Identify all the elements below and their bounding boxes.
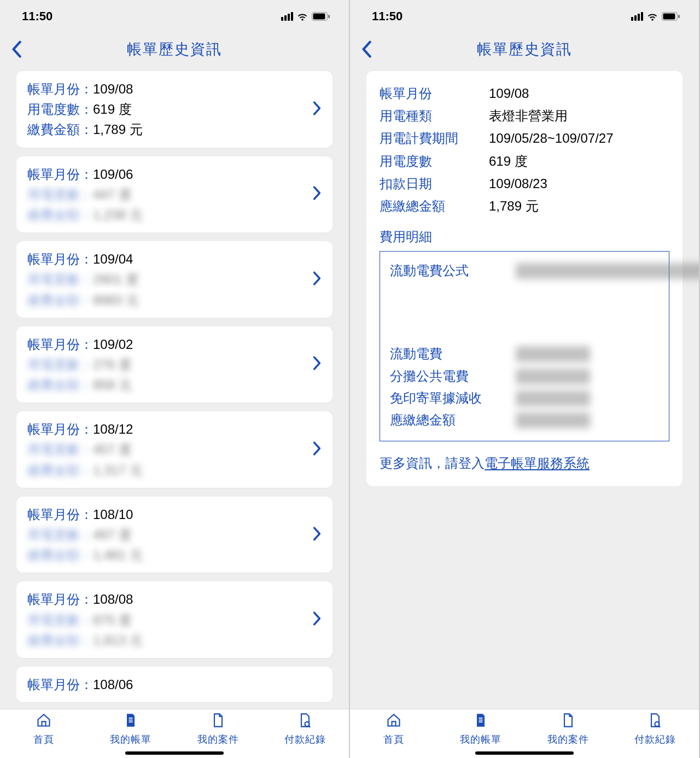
tab-label: 付款紀錄: [634, 733, 676, 746]
bill-card[interactable]: 帳單月份：108/08用電度數：875 度繳費金額：1,813 元: [16, 581, 332, 658]
bill-month-value: 108/06: [93, 674, 133, 695]
detail-row: 用電計費期間109/05/28~109/07/27: [380, 128, 669, 148]
fee-formula-redacted: ████████████████████████████████████████…: [516, 260, 699, 342]
fee-breakdown-box: 流動電費公式██████████████████████████████████…: [380, 251, 669, 441]
svg-rect-1: [313, 14, 325, 20]
tab-label: 我的案件: [547, 733, 589, 746]
more-info-prefix: 更多資訊，請登入: [380, 456, 485, 470]
bill-month-label: 帳單月份：: [27, 504, 93, 524]
bill-month-label: 帳單月份：: [27, 79, 93, 99]
more-info: 更多資訊，請登入電子帳單服務系統: [380, 454, 669, 472]
fee-row: 流動電費████████: [390, 343, 659, 364]
fee-key: 流動電費公式: [390, 260, 516, 281]
bill-amount-value: 858 元: [93, 375, 132, 395]
bill-amount-label: 繳費金額：: [27, 460, 93, 480]
bill-amount-value: 1,481 元: [93, 545, 143, 565]
bill-usage-label: 用電度數：: [27, 99, 93, 119]
bill-month-value: 109/02: [93, 334, 133, 354]
tab-bar: 首頁我的帳單我的案件付款紀錄: [0, 709, 349, 758]
bill-amount-label: 繳費金額：: [27, 205, 93, 225]
bill-month-value: 109/08: [93, 79, 133, 99]
fee-value-redacted: ████████: [516, 388, 659, 409]
bill-month-label: 帳單月份：: [27, 419, 93, 439]
back-button[interactable]: [350, 33, 383, 66]
chevron-right-icon: [313, 441, 322, 458]
detail-key: 應繳總金額: [380, 196, 489, 216]
tab-label: 首頁: [383, 733, 404, 746]
fee-row: 免印寄單據減收████████: [390, 388, 659, 409]
signal-icon: [281, 12, 293, 21]
chevron-right-icon: [313, 527, 322, 543]
tab-payments[interactable]: 付款紀錄: [262, 713, 349, 758]
phone-list-screen: 11:50 帳單歷史資訊 帳單月份：109/08用電度數：619 度繳費金額：1…: [0, 0, 350, 758]
wifi-icon: [646, 11, 658, 21]
bill-amount-label: 繳費金額：: [27, 290, 93, 310]
nav-header: 帳單歷史資訊: [350, 33, 699, 66]
fee-key: 應繳總金額: [390, 410, 516, 430]
detail-key: 用電種類: [380, 106, 489, 126]
tab-home[interactable]: 首頁: [0, 713, 88, 758]
ebill-link[interactable]: 電子帳單服務系統: [485, 456, 590, 470]
bill-list[interactable]: 帳單月份：109/08用電度數：619 度繳費金額：1,789 元帳單月份：10…: [0, 66, 349, 709]
fee-key: 流動電費: [390, 343, 516, 364]
bill-card[interactable]: 帳單月份：109/08用電度數：619 度繳費金額：1,789 元: [16, 71, 332, 148]
home-indicator: [125, 751, 224, 755]
wifi-icon: [296, 11, 308, 21]
bill-amount-label: 繳費金額：: [27, 119, 93, 139]
svg-rect-6: [678, 15, 680, 18]
chevron-right-icon: [313, 356, 322, 372]
bill-month-value: 108/10: [93, 504, 133, 524]
bill-usage-label: 用電度數：: [27, 439, 93, 459]
detail-value: 109/08: [489, 83, 529, 103]
detail-key: 帳單月份: [380, 83, 489, 103]
bill-card[interactable]: 帳單月份：108/06: [16, 667, 332, 702]
bill-amount-label: 繳費金額：: [27, 375, 93, 395]
home-icon: [36, 713, 51, 731]
bill-card[interactable]: 帳單月份：108/10用電度數：497 度繳費金額：1,481 元: [16, 497, 332, 573]
fee-key: 分攤公共電費: [390, 366, 516, 387]
bill-usage-value: 497 度: [93, 524, 132, 545]
detail-row: 帳單月份109/08: [380, 83, 669, 103]
tab-label: 我的帳單: [110, 733, 151, 746]
bill-detail: 帳單月份109/08用電種類表燈非營業用用電計費期間109/05/28~109/…: [350, 66, 699, 709]
bill-month-label: 帳單月份：: [27, 249, 93, 269]
bill-amount-value: 1,789 元: [93, 119, 143, 139]
chevron-right-icon: [313, 611, 322, 628]
fee-value-redacted: ████████: [516, 366, 659, 387]
detail-value: 619 度: [489, 151, 528, 171]
bill-card[interactable]: 帳單月份：109/04用電度數：2901 度繳費金額：8983 元: [16, 241, 332, 318]
bill-month-value: 109/06: [93, 164, 133, 184]
bill-usage-label: 用電度數：: [27, 354, 93, 375]
svg-rect-5: [663, 14, 675, 20]
payments-icon: [298, 713, 313, 731]
home-indicator: [475, 751, 574, 755]
status-time: 11:50: [372, 9, 402, 24]
signal-icon: [631, 12, 643, 21]
bill-month-label: 帳單月份：: [27, 164, 93, 184]
tab-payments[interactable]: 付款紀錄: [612, 713, 699, 758]
fee-value-redacted: ████████: [516, 343, 659, 364]
chevron-right-icon: [313, 101, 322, 118]
fee-section-title: 費用明細: [380, 228, 669, 246]
bill-card[interactable]: 帳單月份：109/02用電度數：276 度繳費金額：858 元: [16, 326, 332, 403]
back-button[interactable]: [0, 33, 33, 66]
detail-row: 用電度數619 度: [380, 151, 669, 171]
bill-month-value: 108/08: [93, 589, 133, 609]
bill-usage-value: 457 度: [93, 439, 132, 459]
payments-icon: [648, 713, 663, 731]
bill-month-value: 109/04: [93, 249, 133, 269]
chevron-right-icon: [313, 186, 322, 202]
bill-usage-label: 用電度數：: [27, 524, 93, 545]
status-right: [281, 11, 330, 21]
bill-month-label: 帳單月份：: [27, 674, 93, 695]
tab-label: 我的帳單: [460, 733, 501, 746]
bill-amount-value: 1,813 元: [93, 630, 143, 650]
bill-card[interactable]: 帳單月份：108/12用電度數：457 度繳費金額：1,317 元: [16, 411, 332, 488]
detail-row: 應繳總金額1,789 元: [380, 196, 669, 216]
tab-home[interactable]: 首頁: [350, 713, 438, 758]
page-title: 帳單歷史資訊: [350, 39, 699, 59]
bill-card[interactable]: 帳單月份：109/06用電度數：447 度繳費金額：1,238 元: [16, 156, 332, 233]
bill-month-value: 108/12: [93, 419, 133, 439]
detail-key: 用電計費期間: [380, 128, 489, 148]
fee-row: 應繳總金額████████: [390, 410, 659, 430]
